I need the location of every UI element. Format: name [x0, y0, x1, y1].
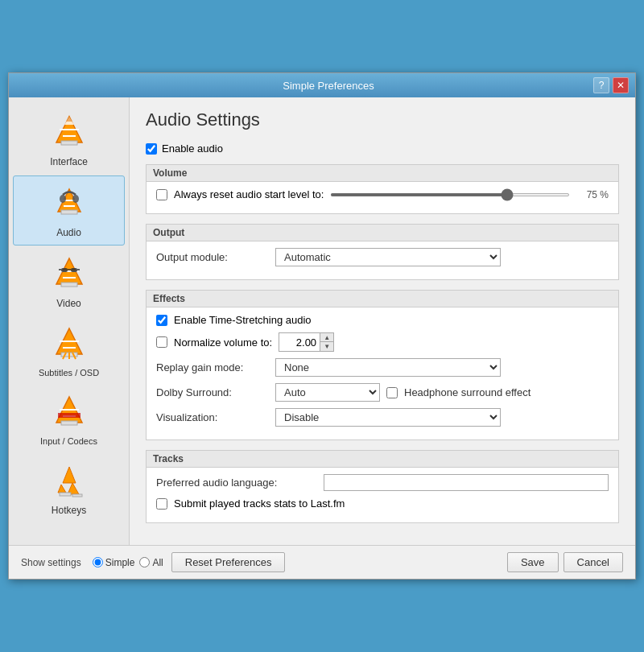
- volume-section-header: Volume: [147, 165, 618, 182]
- svg-point-11: [60, 195, 66, 203]
- normalize-spinbox: ▲ ▼: [279, 332, 334, 352]
- tracks-section-content: Preferred audio language: Submit played …: [147, 468, 618, 522]
- close-button[interactable]: ✕: [613, 77, 629, 93]
- always-reset-checkbox[interactable]: [156, 189, 167, 200]
- svg-marker-34: [63, 467, 76, 483]
- window-title: Simple Preferences: [64, 80, 593, 92]
- submit-stats-checkbox[interactable]: [156, 498, 167, 510]
- reset-preferences-button[interactable]: Reset Preferences: [171, 552, 286, 572]
- dolby-surround-select[interactable]: Auto On Off: [275, 383, 380, 402]
- simple-radio-label[interactable]: Simple: [93, 557, 135, 568]
- spinbox-buttons: ▲ ▼: [320, 333, 333, 351]
- enable-audio-checkbox[interactable]: [146, 143, 157, 155]
- submit-stats-label[interactable]: Submit played tracks stats to Last.fm: [174, 497, 345, 510]
- all-radio-label[interactable]: All: [139, 557, 163, 568]
- headphone-checkbox[interactable]: [386, 387, 398, 398]
- svg-point-12: [72, 195, 79, 203]
- settings-mode-group: Simple All: [93, 557, 163, 568]
- dolby-surround-row: Dolby Surround: Auto On Off Headphone su…: [156, 383, 609, 402]
- effects-section-header: Effects: [147, 291, 618, 307]
- all-radio-text: All: [152, 557, 163, 568]
- show-settings-label: Show settings: [21, 557, 81, 568]
- page-title: Audio Settings: [146, 109, 619, 130]
- svg-marker-35: [58, 485, 66, 493]
- replay-gain-select[interactable]: None Track Album: [275, 358, 501, 377]
- sidebar-item-hotkeys-label: Hotkeys: [52, 505, 86, 516]
- hotkeys-icon: [50, 460, 89, 501]
- preferred-lang-row: Preferred audio language:: [156, 474, 609, 491]
- effects-section-content: Enable Time-Stretching audio Normalize v…: [147, 307, 618, 439]
- sidebar-item-subtitles-label: Subtitles / OSD: [39, 368, 99, 378]
- volume-slider-container: 75 %: [330, 189, 609, 200]
- volume-slider[interactable]: [330, 193, 570, 196]
- visualization-select[interactable]: Disable Spectrum analyzer Goom ProjectM: [275, 408, 501, 427]
- audio-icon: [50, 183, 89, 224]
- effects-section: Effects Enable Time-Stretching audio Nor…: [146, 290, 619, 440]
- svg-rect-18: [71, 268, 77, 272]
- preferences-window: Simple Preferences ? ✕: [8, 72, 636, 580]
- sidebar-item-audio[interactable]: Audio: [13, 175, 125, 246]
- always-reset-label[interactable]: Always reset audio start level to:: [174, 188, 324, 200]
- volume-section-content: Always reset audio start level to: 75 %: [147, 182, 618, 213]
- sidebar-item-input[interactable]: Input / Codecs: [13, 386, 125, 452]
- interface-icon: [50, 112, 89, 153]
- output-module-label: Output module:: [156, 251, 269, 263]
- svg-marker-6: [66, 115, 72, 122]
- window-body: Interface Aud: [9, 97, 635, 545]
- volume-section: Volume Always reset audio start level to…: [146, 164, 619, 214]
- sidebar-item-interface[interactable]: Interface: [13, 105, 125, 174]
- svg-rect-30: [61, 421, 77, 425]
- save-button[interactable]: Save: [507, 552, 559, 572]
- footer: Show settings Simple All Reset Preferenc…: [9, 545, 635, 579]
- dolby-surround-label: Dolby Surround:: [156, 386, 269, 398]
- title-bar: Simple Preferences ? ✕: [9, 73, 635, 97]
- help-button[interactable]: ?: [593, 77, 609, 93]
- headphone-label[interactable]: Headphone surround effect: [404, 386, 530, 398]
- preferred-lang-input[interactable]: [324, 474, 609, 491]
- replay-gain-label: Replay gain mode:: [156, 361, 269, 373]
- normalize-checkbox[interactable]: [156, 336, 167, 348]
- svg-rect-38: [72, 494, 82, 497]
- svg-rect-33: [58, 413, 80, 418]
- simple-radio[interactable]: [93, 557, 103, 567]
- visualization-label: Visualization:: [156, 411, 269, 423]
- normalize-label[interactable]: Normalize volume to:: [174, 336, 272, 349]
- enable-audio-label[interactable]: Enable audio: [162, 142, 223, 155]
- main-content: Audio Settings Enable audio Volume Alway…: [130, 97, 635, 545]
- sidebar-item-audio-label: Audio: [56, 227, 81, 238]
- sidebar-item-subtitles[interactable]: Subtitles / OSD: [13, 317, 125, 384]
- sidebar-item-input-label: Input / Codecs: [40, 436, 97, 446]
- time-stretch-label[interactable]: Enable Time-Stretching audio: [174, 314, 312, 326]
- time-stretch-checkbox[interactable]: [156, 315, 167, 326]
- sidebar: Interface Aud: [9, 97, 130, 545]
- svg-rect-14: [61, 283, 77, 287]
- sidebar-item-interface-label: Interface: [50, 156, 88, 167]
- visualization-row: Visualization: Disable Spectrum analyzer…: [156, 408, 609, 427]
- all-radio[interactable]: [139, 557, 150, 567]
- always-reset-row: Always reset audio start level to: 75 %: [156, 188, 609, 200]
- enable-audio-row: Enable audio: [146, 142, 619, 155]
- spinbox-down-button[interactable]: ▼: [320, 342, 333, 351]
- output-module-select[interactable]: Automatic DirectX audio output WaveOut N…: [275, 248, 501, 266]
- simple-radio-text: Simple: [105, 557, 135, 568]
- subtitles-icon: [50, 324, 89, 365]
- title-bar-controls: ? ✕: [593, 77, 629, 93]
- output-section: Output Output module: Automatic DirectX …: [146, 224, 619, 280]
- sidebar-item-video[interactable]: Video: [13, 247, 125, 316]
- time-stretch-row: Enable Time-Stretching audio: [156, 314, 609, 326]
- normalize-value-input[interactable]: [279, 335, 320, 350]
- sidebar-item-hotkeys[interactable]: Hotkeys: [13, 454, 125, 522]
- svg-rect-8: [61, 210, 77, 214]
- video-icon: [50, 254, 89, 295]
- svg-rect-17: [61, 268, 68, 272]
- output-section-header: Output: [147, 225, 618, 241]
- output-module-row: Output module: Automatic DirectX audio o…: [156, 248, 609, 266]
- volume-slider-value: 75 %: [576, 189, 609, 200]
- tracks-section: Tracks Preferred audio language: Submit …: [146, 450, 619, 523]
- dolby-surround-controls: Auto On Off Headphone surround effect: [275, 383, 530, 402]
- cancel-button[interactable]: Cancel: [564, 552, 623, 572]
- spinbox-up-button[interactable]: ▲: [320, 333, 333, 342]
- sidebar-item-video-label: Video: [56, 298, 80, 309]
- svg-rect-2: [61, 141, 77, 145]
- footer-right-buttons: Save Cancel: [507, 552, 623, 572]
